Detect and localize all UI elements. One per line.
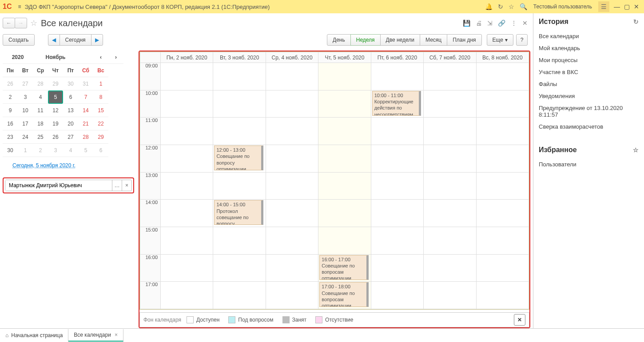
schedule-cell[interactable] (266, 227, 318, 254)
mini-day[interactable]: 4 (33, 90, 48, 104)
schedule-grid[interactable]: Пн, 2 нояб. 2020Вт, 3 нояб. 2020Ср, 4 но… (140, 52, 529, 309)
schedule-cell[interactable] (161, 145, 213, 172)
schedule-cell[interactable]: 16:00 - 17:00 Совещание по вопросам опти… (318, 254, 371, 282)
panel-toggle-icon[interactable]: ☰ (598, 1, 609, 12)
schedule-cell[interactable] (476, 90, 529, 118)
schedule-cell[interactable] (371, 118, 423, 145)
mini-day[interactable]: 27 (63, 130, 78, 144)
favorite-item[interactable]: Пользователи (539, 158, 639, 170)
schedule-cell[interactable] (476, 145, 529, 172)
schedule-cell[interactable] (476, 200, 529, 227)
next-period-button[interactable]: ▶ (91, 34, 103, 46)
mini-day[interactable]: 29 (48, 77, 63, 90)
view-week-button[interactable]: Неделя (350, 34, 381, 46)
mini-day[interactable]: 5 (78, 144, 93, 157)
close-window-button[interactable]: ✕ (632, 3, 641, 10)
mini-day[interactable]: 1 (18, 144, 33, 157)
view-month-button[interactable]: Месяц (420, 34, 447, 46)
schedule-cell[interactable] (318, 63, 371, 90)
mini-day[interactable]: 20 (63, 117, 78, 130)
schedule-cell[interactable]: 17:00 - 18:00 Совещание по вопросам опти… (318, 282, 371, 309)
day-header[interactable]: Сб, 7 нояб. 2020 (424, 52, 476, 63)
mini-day[interactable]: 3 (18, 90, 33, 104)
mini-day[interactable]: 19 (48, 117, 63, 130)
mini-day[interactable]: 10 (18, 104, 33, 117)
schedule-cell[interactable] (213, 172, 266, 200)
schedule-cell[interactable] (161, 254, 213, 282)
mini-day[interactable]: 11 (33, 104, 48, 117)
mini-day[interactable]: 1 (93, 77, 108, 90)
user-select-button[interactable]: … (112, 180, 122, 191)
mini-day[interactable]: 4 (63, 144, 78, 157)
bell-icon[interactable]: 🔔 (485, 3, 493, 10)
history-item[interactable]: Сверка взаиморасчетов (539, 121, 639, 133)
help-button[interactable]: ? (516, 34, 528, 46)
schedule-cell[interactable] (161, 282, 213, 309)
minimize-button[interactable]: — (612, 3, 622, 10)
menu-icon[interactable]: ≡ (18, 4, 21, 10)
mini-day[interactable]: 18 (33, 117, 48, 130)
schedule-cell[interactable] (161, 118, 213, 145)
favorites-star-icon[interactable]: ☆ (633, 146, 639, 153)
mini-day[interactable]: 22 (93, 117, 108, 130)
schedule-cell[interactable] (266, 90, 318, 118)
mini-day[interactable]: 31 (78, 77, 93, 90)
schedule-cell[interactable] (424, 172, 476, 200)
schedule-cell[interactable] (371, 227, 423, 254)
view-day-plan-button[interactable]: План дня (447, 34, 481, 46)
schedule-cell[interactable] (161, 227, 213, 254)
mini-day[interactable]: 28 (78, 130, 93, 144)
history-item[interactable]: Все календари (539, 30, 639, 42)
mini-day[interactable]: 27 (18, 77, 33, 90)
history-item[interactable]: Мои процессы (539, 54, 639, 66)
mini-day[interactable]: 29 (93, 130, 108, 144)
more-button[interactable]: Еще ▾ (487, 34, 513, 46)
schedule-cell[interactable] (161, 200, 213, 227)
schedule-cell[interactable] (476, 63, 529, 90)
schedule-cell[interactable] (371, 172, 423, 200)
mini-day[interactable]: 16 (3, 117, 18, 130)
year-selector[interactable]: 2020 (3, 51, 33, 64)
schedule-cell[interactable] (476, 118, 529, 145)
mini-day[interactable]: 14 (78, 104, 93, 117)
view-two-weeks-button[interactable]: Две недели (380, 34, 420, 46)
schedule-cell[interactable] (476, 172, 529, 200)
day-header[interactable]: Пн, 2 нояб. 2020 (161, 52, 213, 63)
mini-day[interactable]: 30 (3, 144, 18, 157)
schedule-cell[interactable] (161, 172, 213, 200)
favorite-toggle-icon[interactable]: ☆ (30, 18, 37, 28)
schedule-cell[interactable] (213, 90, 266, 118)
schedule-cell[interactable]: 12:00 - 13:00 Совещание по вопросу оптим… (213, 145, 266, 172)
history-item[interactable]: Предупреждение от 13.10.2020 8:11:57 (539, 102, 639, 121)
mini-day[interactable]: 17 (18, 117, 33, 130)
mini-day[interactable]: 25 (33, 130, 48, 144)
user-clear-button[interactable]: × (122, 180, 131, 191)
mini-day[interactable]: 3 (48, 144, 63, 157)
mini-day[interactable]: 12 (48, 104, 63, 117)
nav-forward-button[interactable]: → (15, 18, 27, 28)
schedule-cell[interactable] (213, 282, 266, 309)
mini-day[interactable]: 28 (33, 77, 48, 90)
schedule-cell[interactable] (318, 90, 371, 118)
schedule-cell[interactable] (266, 172, 318, 200)
schedule-cell[interactable] (266, 282, 318, 309)
history-item[interactable]: Участие в ВКС (539, 66, 639, 78)
schedule-cell[interactable] (424, 90, 476, 118)
schedule-cell[interactable] (213, 63, 266, 90)
today-link[interactable]: Сегодня, 5 ноября 2020 г. (12, 162, 76, 169)
mini-day[interactable]: 7 (78, 90, 93, 104)
schedule-cell[interactable] (371, 145, 423, 172)
schedule-cell[interactable] (266, 118, 318, 145)
export-icon[interactable]: ⇲ (487, 20, 493, 27)
schedule-cell[interactable] (371, 282, 423, 309)
mini-day[interactable]: 30 (63, 77, 78, 90)
schedule-cell[interactable]: 10:00 - 11:00 Корректирующие действия по… (371, 90, 423, 118)
tab-close-icon[interactable]: × (115, 332, 118, 338)
user-input[interactable] (5, 180, 112, 191)
mini-day[interactable]: 15 (93, 104, 108, 117)
mini-day[interactable]: 5 (48, 90, 63, 104)
current-user[interactable]: Тестовый пользователь (533, 4, 592, 10)
day-header[interactable]: Пт, 6 нояб. 2020 (371, 52, 423, 63)
maximize-button[interactable]: ▢ (622, 3, 632, 10)
schedule-cell[interactable] (424, 227, 476, 254)
